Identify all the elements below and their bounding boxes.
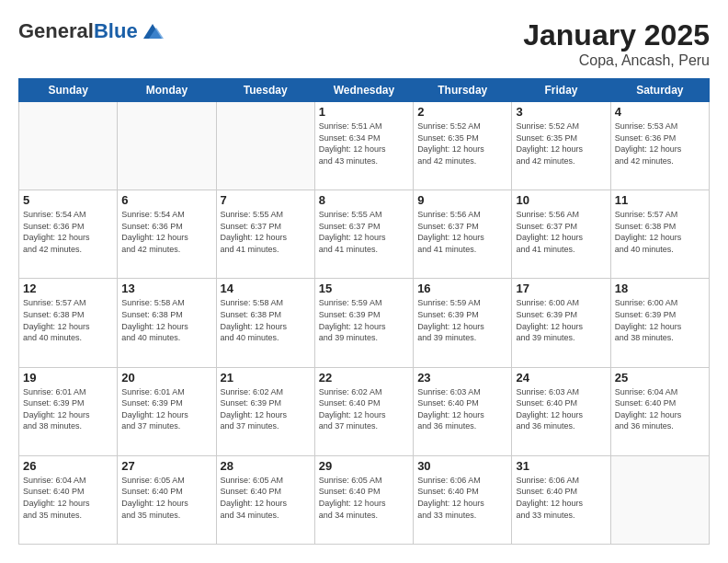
day-number: 8	[319, 193, 409, 207]
day-number: 18	[615, 282, 705, 295]
day-info: Sunrise: 5:58 AM Sunset: 6:38 PM Dayligh…	[121, 297, 211, 343]
calendar-cell: 25Sunrise: 6:04 AM Sunset: 6:40 PM Dayli…	[610, 367, 709, 455]
calendar-cell: 9Sunrise: 5:56 AM Sunset: 6:37 PM Daylig…	[414, 190, 512, 279]
day-info: Sunrise: 5:57 AM Sunset: 6:38 PM Dayligh…	[23, 297, 113, 343]
day-number: 21	[221, 371, 311, 385]
day-number: 29	[319, 459, 409, 473]
calendar-cell	[118, 102, 216, 190]
weekday-header: Monday	[118, 79, 216, 102]
day-info: Sunrise: 6:05 AM Sunset: 6:40 PM Dayligh…	[319, 475, 409, 521]
calendar-cell: 27Sunrise: 6:05 AM Sunset: 6:40 PM Dayli…	[118, 455, 216, 544]
day-info: Sunrise: 6:04 AM Sunset: 6:40 PM Dayligh…	[615, 386, 705, 432]
calendar-week-row: 12Sunrise: 5:57 AM Sunset: 6:38 PM Dayli…	[19, 279, 710, 367]
day-info: Sunrise: 5:52 AM Sunset: 6:35 PM Dayligh…	[417, 121, 507, 167]
day-number: 22	[319, 371, 409, 385]
day-info: Sunrise: 5:56 AM Sunset: 6:37 PM Dayligh…	[417, 209, 507, 255]
calendar-cell	[216, 102, 314, 190]
calendar-week-row: 5Sunrise: 5:54 AM Sunset: 6:36 PM Daylig…	[19, 190, 710, 279]
day-number: 1	[319, 105, 409, 119]
day-info: Sunrise: 5:53 AM Sunset: 6:36 PM Dayligh…	[615, 121, 705, 167]
calendar-table: SundayMondayTuesdayWednesdayThursdayFrid…	[18, 78, 710, 545]
logo-blue: Blue	[94, 19, 138, 42]
day-number: 17	[516, 282, 606, 295]
calendar-cell: 7Sunrise: 5:55 AM Sunset: 6:37 PM Daylig…	[216, 190, 314, 279]
day-number: 4	[615, 105, 705, 119]
calendar-cell: 19Sunrise: 6:01 AM Sunset: 6:39 PM Dayli…	[19, 367, 118, 455]
calendar-cell: 17Sunrise: 6:00 AM Sunset: 6:39 PM Dayli…	[512, 279, 610, 367]
calendar-cell: 30Sunrise: 6:06 AM Sunset: 6:40 PM Dayli…	[414, 455, 512, 544]
day-number: 24	[516, 371, 606, 385]
calendar-cell: 2Sunrise: 5:52 AM Sunset: 6:35 PM Daylig…	[414, 102, 512, 190]
calendar-title: January 2025	[523, 18, 710, 52]
day-number: 13	[121, 282, 211, 295]
day-info: Sunrise: 6:01 AM Sunset: 6:39 PM Dayligh…	[23, 386, 113, 432]
day-info: Sunrise: 6:00 AM Sunset: 6:39 PM Dayligh…	[615, 297, 705, 343]
calendar-cell: 16Sunrise: 5:59 AM Sunset: 6:39 PM Dayli…	[414, 279, 512, 367]
day-number: 30	[417, 459, 507, 473]
day-info: Sunrise: 6:03 AM Sunset: 6:40 PM Dayligh…	[417, 386, 507, 432]
calendar-cell: 21Sunrise: 6:02 AM Sunset: 6:39 PM Dayli…	[216, 367, 314, 455]
calendar-cell: 4Sunrise: 5:53 AM Sunset: 6:36 PM Daylig…	[610, 102, 709, 190]
day-number: 7	[221, 193, 311, 207]
logo-general: General	[18, 19, 94, 42]
header: GeneralBlue January 2025 Copa, Ancash, P…	[18, 18, 710, 69]
weekday-header: Wednesday	[314, 79, 413, 102]
day-info: Sunrise: 6:05 AM Sunset: 6:40 PM Dayligh…	[221, 475, 311, 521]
day-number: 12	[23, 282, 113, 295]
day-info: Sunrise: 6:04 AM Sunset: 6:40 PM Dayligh…	[23, 475, 113, 521]
day-info: Sunrise: 6:02 AM Sunset: 6:40 PM Dayligh…	[319, 386, 409, 432]
calendar-cell: 6Sunrise: 5:54 AM Sunset: 6:36 PM Daylig…	[118, 190, 216, 279]
day-info: Sunrise: 5:51 AM Sunset: 6:34 PM Dayligh…	[319, 121, 409, 167]
weekday-header: Friday	[512, 79, 610, 102]
logo-icon	[140, 18, 165, 44]
day-number: 26	[23, 459, 113, 473]
day-info: Sunrise: 6:05 AM Sunset: 6:40 PM Dayligh…	[121, 475, 211, 521]
day-number: 10	[516, 193, 606, 207]
day-info: Sunrise: 6:01 AM Sunset: 6:39 PM Dayligh…	[121, 386, 211, 432]
day-number: 25	[615, 371, 705, 385]
day-number: 23	[417, 371, 507, 385]
calendar-cell: 22Sunrise: 6:02 AM Sunset: 6:40 PM Dayli…	[314, 367, 413, 455]
logo: GeneralBlue	[18, 18, 165, 44]
calendar-cell: 18Sunrise: 6:00 AM Sunset: 6:39 PM Dayli…	[610, 279, 709, 367]
day-info: Sunrise: 5:54 AM Sunset: 6:36 PM Dayligh…	[23, 209, 113, 255]
calendar-cell: 8Sunrise: 5:55 AM Sunset: 6:37 PM Daylig…	[314, 190, 413, 279]
day-info: Sunrise: 6:00 AM Sunset: 6:39 PM Dayligh…	[516, 297, 606, 343]
calendar-cell: 26Sunrise: 6:04 AM Sunset: 6:40 PM Dayli…	[19, 455, 118, 544]
day-info: Sunrise: 5:56 AM Sunset: 6:37 PM Dayligh…	[516, 209, 606, 255]
day-info: Sunrise: 5:52 AM Sunset: 6:35 PM Dayligh…	[516, 121, 606, 167]
day-number: 5	[23, 193, 113, 207]
calendar-cell: 24Sunrise: 6:03 AM Sunset: 6:40 PM Dayli…	[512, 367, 610, 455]
weekday-header: Saturday	[610, 79, 709, 102]
day-info: Sunrise: 6:06 AM Sunset: 6:40 PM Dayligh…	[417, 475, 507, 521]
day-info: Sunrise: 5:55 AM Sunset: 6:37 PM Dayligh…	[319, 209, 409, 255]
calendar-cell: 1Sunrise: 5:51 AM Sunset: 6:34 PM Daylig…	[314, 102, 413, 190]
calendar-week-row: 26Sunrise: 6:04 AM Sunset: 6:40 PM Dayli…	[19, 455, 710, 544]
day-info: Sunrise: 5:59 AM Sunset: 6:39 PM Dayligh…	[319, 297, 409, 343]
calendar-cell	[610, 455, 709, 544]
calendar-cell	[19, 102, 118, 190]
day-number: 9	[417, 193, 507, 207]
day-info: Sunrise: 5:55 AM Sunset: 6:37 PM Dayligh…	[221, 209, 311, 255]
calendar-cell: 31Sunrise: 6:06 AM Sunset: 6:40 PM Dayli…	[512, 455, 610, 544]
day-number: 14	[221, 282, 311, 295]
day-number: 31	[516, 459, 606, 473]
day-number: 2	[417, 105, 507, 119]
logo-text: GeneralBlue	[18, 21, 138, 41]
day-info: Sunrise: 6:03 AM Sunset: 6:40 PM Dayligh…	[516, 386, 606, 432]
calendar-cell: 23Sunrise: 6:03 AM Sunset: 6:40 PM Dayli…	[414, 367, 512, 455]
calendar-cell: 3Sunrise: 5:52 AM Sunset: 6:35 PM Daylig…	[512, 102, 610, 190]
calendar-cell: 15Sunrise: 5:59 AM Sunset: 6:39 PM Dayli…	[314, 279, 413, 367]
calendar-cell: 10Sunrise: 5:56 AM Sunset: 6:37 PM Dayli…	[512, 190, 610, 279]
day-info: Sunrise: 5:58 AM Sunset: 6:38 PM Dayligh…	[221, 297, 311, 343]
calendar-cell: 20Sunrise: 6:01 AM Sunset: 6:39 PM Dayli…	[118, 367, 216, 455]
day-info: Sunrise: 6:02 AM Sunset: 6:39 PM Dayligh…	[221, 386, 311, 432]
day-number: 20	[121, 371, 211, 385]
day-info: Sunrise: 5:57 AM Sunset: 6:38 PM Dayligh…	[615, 209, 705, 255]
calendar-cell: 13Sunrise: 5:58 AM Sunset: 6:38 PM Dayli…	[118, 279, 216, 367]
calendar-week-row: 1Sunrise: 5:51 AM Sunset: 6:34 PM Daylig…	[19, 102, 710, 190]
day-number: 11	[615, 193, 705, 207]
day-info: Sunrise: 5:54 AM Sunset: 6:36 PM Dayligh…	[121, 209, 211, 255]
calendar-cell: 14Sunrise: 5:58 AM Sunset: 6:38 PM Dayli…	[216, 279, 314, 367]
page: GeneralBlue January 2025 Copa, Ancash, P…	[0, 0, 728, 563]
